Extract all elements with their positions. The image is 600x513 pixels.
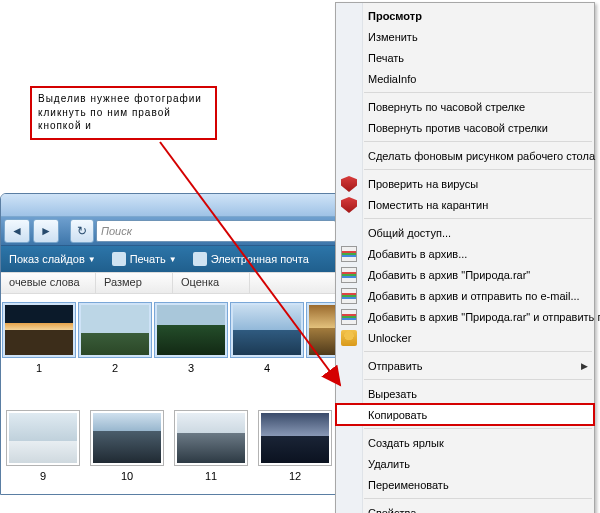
- menu-rename[interactable]: Переименовать: [336, 474, 594, 495]
- explorer-window: ◄ ► ↻ Поиск Показ слайдов▼ Печать▼ Элект…: [0, 193, 342, 495]
- refresh-button[interactable]: ↻: [70, 219, 94, 243]
- menu-archive-email[interactable]: Добавить в архив и отправить по e-mail..…: [336, 285, 594, 306]
- col-keywords[interactable]: очевые слова: [1, 273, 96, 293]
- print-icon: [112, 252, 126, 266]
- window-titlebar[interactable]: [1, 194, 341, 217]
- thumbnail-grid: 1 2 3 4 5 9 10 11 12: [1, 294, 341, 494]
- menu-add-archive[interactable]: Добавить в архив...: [336, 243, 594, 264]
- submenu-arrow-icon: ▶: [581, 361, 588, 371]
- thumb-11[interactable]: 11: [170, 410, 252, 482]
- col-size[interactable]: Размер: [96, 273, 173, 293]
- kaspersky-icon: [341, 197, 357, 213]
- winrar-icon: [341, 309, 357, 325]
- menu-copy[interactable]: Копировать: [336, 404, 594, 425]
- thumb-1[interactable]: 1: [2, 302, 76, 374]
- instruction-callout: Выделив нужнее фотографии кликнуть по ни…: [30, 86, 217, 140]
- winrar-icon: [341, 267, 357, 283]
- email-button[interactable]: Электронная почта: [185, 246, 317, 272]
- column-headers: очевые слова Размер Оценка: [1, 272, 341, 294]
- unlocker-icon: [341, 330, 357, 346]
- command-toolbar: Показ слайдов▼ Печать▼ Электронная почта: [1, 246, 341, 272]
- menu-share[interactable]: Общий доступ...: [336, 222, 594, 243]
- slideshow-button[interactable]: Показ слайдов▼: [1, 246, 104, 272]
- kaspersky-icon: [341, 176, 357, 192]
- thumb-3[interactable]: 3: [154, 302, 228, 374]
- menu-send-to[interactable]: Отправить▶: [336, 355, 594, 376]
- menu-add-archive-named[interactable]: Добавить в архив "Природа.rar": [336, 264, 594, 285]
- col-rating[interactable]: Оценка: [173, 273, 250, 293]
- thumb-10[interactable]: 10: [86, 410, 168, 482]
- thumb-2[interactable]: 2: [78, 302, 152, 374]
- menu-scan-virus[interactable]: Проверить на вирусы: [336, 173, 594, 194]
- menu-delete[interactable]: Удалить: [336, 453, 594, 474]
- forward-button[interactable]: ►: [33, 219, 59, 243]
- context-menu: Просмотр Изменить Печать MediaInfo Повер…: [335, 2, 595, 513]
- nav-toolbar: ◄ ► ↻ Поиск: [1, 217, 341, 246]
- menu-cut[interactable]: Вырезать: [336, 383, 594, 404]
- winrar-icon: [341, 288, 357, 304]
- menu-view[interactable]: Просмотр: [336, 5, 594, 26]
- email-icon: [193, 252, 207, 266]
- winrar-icon: [341, 246, 357, 262]
- menu-properties[interactable]: Свойства: [336, 502, 594, 513]
- menu-unlocker[interactable]: Unlocker: [336, 327, 594, 348]
- print-button[interactable]: Печать▼: [104, 246, 185, 272]
- thumb-4[interactable]: 4: [230, 302, 304, 374]
- menu-archive-named-email[interactable]: Добавить в архив "Природа.rar" и отправи…: [336, 306, 594, 327]
- instruction-text: Выделив нужнее фотографии кликнуть по ни…: [38, 93, 202, 131]
- search-input[interactable]: Поиск: [96, 220, 336, 242]
- search-placeholder: Поиск: [101, 225, 132, 237]
- thumb-9[interactable]: 9: [2, 410, 84, 482]
- thumb-12[interactable]: 12: [254, 410, 336, 482]
- menu-mediainfo[interactable]: MediaInfo: [336, 68, 594, 89]
- menu-edit[interactable]: Изменить: [336, 26, 594, 47]
- menu-rotate-cw[interactable]: Повернуть по часовой стрелке: [336, 96, 594, 117]
- menu-quarantine[interactable]: Поместить на карантин: [336, 194, 594, 215]
- back-button[interactable]: ◄: [4, 219, 30, 243]
- menu-create-shortcut[interactable]: Создать ярлык: [336, 432, 594, 453]
- menu-rotate-ccw[interactable]: Повернуть против часовой стрелки: [336, 117, 594, 138]
- menu-set-wallpaper[interactable]: Сделать фоновым рисунком рабочего стола: [336, 145, 594, 166]
- menu-print[interactable]: Печать: [336, 47, 594, 68]
